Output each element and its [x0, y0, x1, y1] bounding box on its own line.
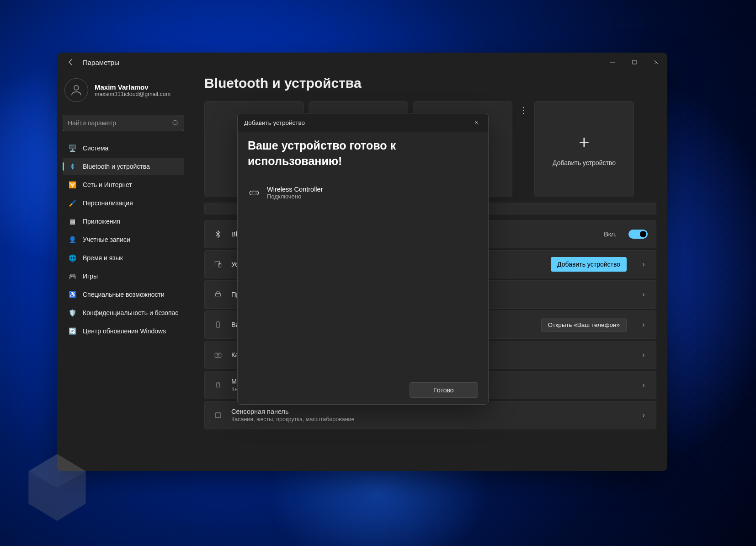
sidebar-item-label: Время и язык — [83, 254, 123, 262]
sidebar-item-label: Конфиденциальность и безопас — [83, 309, 178, 316]
sidebar: Maxim Varlamov maxsim311icloud@gmail.com… — [57, 72, 190, 471]
chevron-right-icon: › — [639, 260, 648, 268]
gamepad-icon: 🎮 — [68, 272, 76, 280]
bluetooth-icon — [213, 229, 223, 239]
profile[interactable]: Maxim Varlamov maxsim311icloud@gmail.com — [63, 74, 184, 110]
sidebar-item-label: Игры — [83, 273, 98, 280]
dialog-header-title: Добавить устройство — [244, 119, 305, 126]
monitor-icon: 🖥️ — [68, 144, 76, 152]
close-icon — [474, 120, 479, 125]
maximize-button[interactable] — [623, 53, 645, 72]
bluetooth-toggle[interactable] — [628, 230, 648, 239]
svg-line-4 — [177, 124, 179, 126]
setting-title: Сенсорная панель — [231, 408, 627, 415]
mouse-icon — [213, 380, 223, 390]
svg-point-11 — [217, 354, 219, 357]
avatar — [64, 78, 88, 102]
person-icon: 👤 — [68, 236, 76, 244]
sidebar-item-label: Центр обновления Windows — [83, 327, 166, 335]
chevron-right-icon: › — [639, 411, 648, 419]
svg-point-3 — [173, 120, 177, 125]
chevron-right-icon: › — [639, 321, 648, 329]
globe-icon: 🌐 — [68, 254, 76, 262]
profile-name: Maxim Varlamov — [95, 83, 170, 91]
svg-rect-7 — [216, 294, 221, 296]
svg-rect-15 — [250, 191, 259, 195]
sidebar-item-accessibility[interactable]: ♿Специальные возможности — [63, 286, 184, 303]
dialog-close-button[interactable] — [470, 116, 484, 129]
done-button[interactable]: Готово — [410, 382, 478, 398]
devices-icon — [213, 259, 223, 269]
sidebar-item-gaming[interactable]: 🎮Игры — [63, 268, 184, 285]
sidebar-item-label: Персонализация — [83, 199, 133, 207]
add-device-card[interactable]: + Добавить устройство — [534, 101, 634, 197]
svg-rect-8 — [217, 292, 219, 294]
svg-rect-5 — [215, 262, 220, 265]
add-device-button[interactable]: Добавить устройство — [551, 257, 627, 272]
more-button[interactable]: ⋮ — [517, 101, 530, 119]
camera-icon — [213, 350, 223, 360]
titlebar: Параметры — [57, 53, 667, 72]
bluetooth-icon — [68, 162, 76, 171]
setting-sub: Касания, жесты, прокрутка, масштабирован… — [231, 416, 627, 423]
sidebar-item-system[interactable]: 🖥️Система — [63, 139, 184, 157]
sidebar-item-label: Приложения — [83, 218, 120, 225]
sidebar-item-label: Сеть и Интернет — [83, 181, 132, 188]
sidebar-item-label: Bluetooth и устройства — [83, 163, 150, 170]
minimize-button[interactable] — [602, 53, 623, 72]
svg-rect-1 — [633, 60, 636, 64]
open-phone-button[interactable]: Открыть «Ваш телефон» — [541, 318, 627, 332]
profile-email: maxsim311icloud@gmail.com — [95, 91, 170, 97]
minimize-icon — [610, 59, 615, 65]
sidebar-item-label: Специальные возможности — [83, 291, 165, 298]
sidebar-item-accounts[interactable]: 👤Учетные записи — [63, 231, 184, 248]
sidebar-item-network[interactable]: 🛜Сеть и Интернет — [63, 176, 184, 193]
setting-row-touchpad[interactable]: Сенсорная панель Касания, жесты, прокрут… — [204, 401, 656, 429]
sidebar-item-time[interactable]: 🌐Время и язык — [63, 249, 184, 267]
accessibility-icon: ♿ — [68, 290, 76, 299]
svg-rect-14 — [215, 413, 221, 418]
search-input[interactable] — [68, 119, 172, 127]
sidebar-item-bluetooth[interactable]: Bluetooth и устройства — [63, 158, 184, 175]
watermark — [25, 451, 89, 524]
plus-icon: + — [579, 132, 589, 153]
window-title: Параметры — [83, 59, 119, 66]
sidebar-item-update[interactable]: 🔄Центр обновления Windows — [63, 322, 184, 340]
close-button[interactable] — [645, 53, 667, 72]
arrow-left-icon — [67, 59, 75, 66]
dialog-title: Ваше устройство готово к использованию! — [248, 138, 478, 169]
svg-rect-9 — [217, 321, 219, 328]
sidebar-item-label: Система — [83, 145, 108, 152]
device-status: Подключено — [267, 193, 323, 200]
shield-icon: 🛡️ — [68, 309, 76, 317]
brush-icon: 🖌️ — [68, 199, 76, 207]
person-icon — [69, 83, 83, 97]
add-device-dialog: Добавить устройство Ваше устройство гото… — [237, 113, 489, 405]
svg-point-16 — [252, 193, 253, 193]
update-icon: 🔄 — [68, 327, 76, 335]
chevron-right-icon: › — [639, 381, 648, 389]
add-device-label: Добавить устройство — [553, 159, 616, 166]
chevron-right-icon: › — [639, 351, 648, 359]
dialog-header: Добавить устройство — [238, 113, 488, 132]
back-button[interactable] — [64, 55, 78, 70]
sidebar-item-label: Учетные записи — [83, 236, 130, 243]
touchpad-icon — [213, 410, 223, 420]
printer-icon — [213, 289, 223, 300]
search-box[interactable] — [63, 115, 184, 131]
phone-icon — [213, 320, 223, 330]
toggle-label: Вкл. — [604, 230, 617, 238]
svg-point-17 — [256, 193, 256, 193]
wifi-icon: 🛜 — [68, 181, 76, 189]
sidebar-item-personalization[interactable]: 🖌️Персонализация — [63, 194, 184, 212]
gamepad-icon — [248, 186, 261, 199]
page-title: Bluetooth и устройства — [204, 75, 656, 91]
nav: 🖥️Система Bluetooth и устройства 🛜Сеть и… — [63, 139, 184, 340]
maximize-icon — [632, 59, 637, 65]
search-icon — [172, 119, 179, 127]
sidebar-item-privacy[interactable]: 🛡️Конфиденциальность и безопас — [63, 304, 184, 321]
apps-icon: ▦ — [68, 217, 76, 225]
sidebar-item-apps[interactable]: ▦Приложения — [63, 213, 184, 230]
svg-rect-10 — [215, 353, 221, 357]
close-icon — [654, 59, 659, 65]
